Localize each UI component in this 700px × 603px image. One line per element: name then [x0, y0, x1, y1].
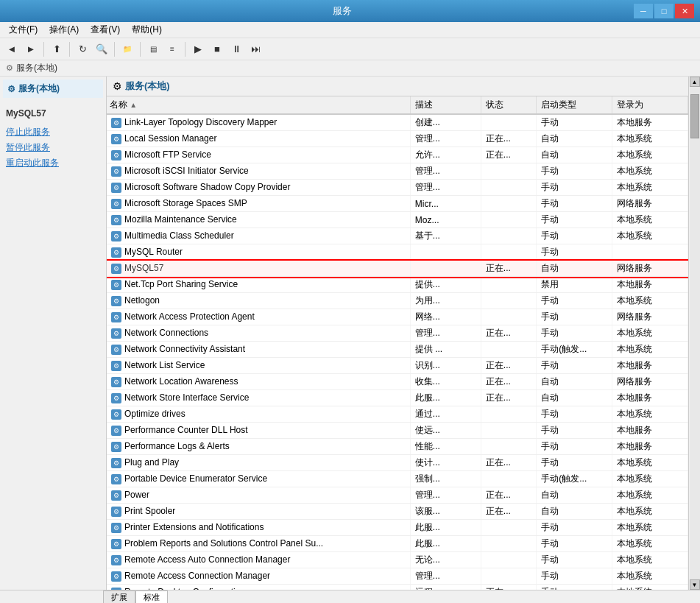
table-row[interactable]: ⚙Netlogon为用...手动本地系统 [107, 293, 688, 309]
service-login-cell [612, 244, 688, 261]
menu-bar: 文件(F) 操作(A) 查看(V) 帮助(H) [0, 22, 700, 38]
maximize-button[interactable]: □ [654, 4, 674, 18]
close-button[interactable]: ✕ [675, 4, 694, 18]
service-start-cell: 自动 [537, 147, 612, 163]
table-row[interactable]: ⚙Problem Reports and Solutions Control P… [107, 536, 688, 552]
service-status-cell [481, 196, 536, 212]
address-icon: ⚙ [6, 63, 13, 73]
service-status-cell [481, 552, 536, 568]
service-name-cell: ⚙Net.Tcp Port Sharing Service [107, 277, 410, 293]
table-row[interactable]: ⚙Remote Access Auto Connection Manager无论… [107, 552, 688, 568]
service-status-cell: 正在... [481, 358, 536, 374]
table-header-row: 名称 ▲ 描述 状态 启动类型 登录为 [107, 96, 688, 114]
details-button[interactable]: ≡ [163, 40, 181, 58]
service-icon: ⚙ [111, 345, 121, 355]
service-desc-cell: 创建... [410, 114, 481, 131]
service-name-cell: ⚙Portable Device Enumerator Service [107, 471, 410, 487]
table-row[interactable]: ⚙Performance Counter DLL Host使远...手动本地服务 [107, 423, 688, 439]
restart-service-link[interactable]: 重启动此服务 [3, 155, 103, 171]
menu-action[interactable]: 操作(A) [43, 22, 85, 38]
table-row[interactable]: ⚙Network Store Interface Service此服...正在.… [107, 390, 688, 406]
table-row[interactable]: ⚙Network List Service识别...正在...手动本地服务 [107, 358, 688, 374]
minimize-button[interactable]: ─ [634, 4, 653, 18]
back-button[interactable]: ◄ [3, 40, 21, 58]
up-button[interactable]: ⬆ [48, 40, 66, 58]
service-start-cell: 自动 [537, 487, 612, 504]
col-name[interactable]: 名称 ▲ [107, 96, 410, 114]
service-icon: ⚙ [111, 247, 121, 258]
service-login-cell: 本地服务 [612, 439, 688, 455]
table-row[interactable]: ⚙Portable Device Enumerator Service强制...… [107, 471, 688, 487]
table-row[interactable]: ⚙Microsoft iSCSI Initiator Service管理...手… [107, 163, 688, 180]
menu-view[interactable]: 查看(V) [85, 22, 126, 38]
table-row[interactable]: ⚙Microsoft Software Shadow Copy Provider… [107, 180, 688, 196]
service-name-cell: ⚙Problem Reports and Solutions Control P… [107, 536, 410, 552]
service-status-cell [481, 228, 536, 244]
table-row[interactable]: ⚙Print Spooler该服...正在...自动本地系统 [107, 504, 688, 520]
service-desc-cell: 强制... [410, 471, 481, 487]
service-desc-cell [410, 261, 481, 277]
col-login[interactable]: 登录为 [612, 96, 688, 114]
table-row[interactable]: ⚙Network Connectivity Assistant提供 ...手动(… [107, 342, 688, 358]
scroll-up[interactable]: ▲ [690, 77, 700, 87]
table-row[interactable]: ⚙Optimize drives通过...手动本地系统 [107, 406, 688, 423]
service-status-cell [481, 536, 536, 552]
table-row[interactable]: ⚙Network Access Protection Agent网络...手动网… [107, 309, 688, 325]
table-row[interactable]: ⚙Multimedia Class Scheduler基于...手动本地系统 [107, 228, 688, 244]
scroll-down[interactable]: ▼ [690, 579, 700, 590]
service-name-cell: ⚙Microsoft Storage Spaces SMP [107, 196, 410, 212]
restart-button[interactable]: ⏭ [247, 40, 264, 58]
view-button[interactable]: ▤ [144, 40, 162, 58]
stop-button[interactable]: ■ [208, 40, 226, 58]
table-row[interactable]: ⚙Printer Extensions and Notifications此服.… [107, 520, 688, 536]
table-row[interactable]: ⚙Microsoft Storage Spaces SMPMicr...手动网络… [107, 196, 688, 212]
table-row[interactable]: ⚙Network Connections管理...正在...手动本地系统 [107, 325, 688, 342]
refresh-button[interactable]: ↻ [74, 40, 91, 58]
table-row[interactable]: ⚙Remote Access Connection Manager管理...手动… [107, 568, 688, 585]
service-login-cell: 本地服务 [612, 423, 688, 439]
table-row[interactable]: ⚙MySQL Router手动 [107, 244, 688, 261]
service-start-cell: 手动 [537, 406, 612, 423]
service-icon: ⚙ [111, 183, 121, 193]
service-name-cell: ⚙Printer Extensions and Notifications [107, 520, 410, 536]
pause-button[interactable]: ⏸ [227, 40, 245, 58]
service-icon: ⚙ [111, 409, 121, 420]
table-scroll[interactable]: 名称 ▲ 描述 状态 启动类型 登录为 ⚙Link-Layer Topology… [107, 96, 688, 590]
forward-button[interactable]: ► [22, 40, 40, 58]
table-row[interactable]: ⚙Local Session Manager管理...正在...自动本地系统 [107, 131, 688, 147]
sidebar-title[interactable]: ⚙ 服务(本地) [3, 80, 103, 98]
table-row[interactable]: ⚙Microsoft FTP Service允许...正在...自动本地系统 [107, 147, 688, 163]
play-button[interactable]: ▶ [189, 40, 207, 58]
folders-button[interactable]: 📁 [119, 40, 136, 58]
service-status-cell [481, 471, 536, 487]
stop-service-link[interactable]: 停止此服务 [3, 124, 103, 140]
tab-standard[interactable]: 标准 [135, 590, 168, 603]
service-desc-cell: 使远... [410, 423, 481, 439]
menu-file[interactable]: 文件(F) [3, 22, 43, 38]
service-status-cell: 正在... [481, 504, 536, 520]
table-row[interactable]: ⚙MySQL57正在...自动网络服务 [107, 261, 688, 277]
col-status[interactable]: 状态 [481, 96, 536, 114]
scrollbar[interactable]: ▲ ▼ [688, 77, 700, 590]
table-row[interactable]: ⚙Power管理...正在...自动本地系统 [107, 487, 688, 504]
tab-expand[interactable]: 扩展 [103, 590, 135, 603]
service-login-cell: 本地系统 [612, 536, 688, 552]
search-button[interactable]: 🔍 [93, 40, 110, 58]
pause-service-link[interactable]: 暂停此服务 [3, 140, 103, 155]
scroll-thumb[interactable] [690, 94, 699, 138]
table-row[interactable]: ⚙Remote Desktop Configuration远程...正在...手… [107, 585, 688, 590]
service-name-cell: ⚙Print Spooler [107, 504, 410, 520]
table-row[interactable]: ⚙Performance Logs & Alerts性能...手动本地服务 [107, 439, 688, 455]
service-start-cell: 手动 [537, 244, 612, 261]
menu-help[interactable]: 帮助(H) [126, 22, 168, 38]
col-start[interactable]: 启动类型 [537, 96, 612, 114]
col-desc[interactable]: 描述 [410, 96, 481, 114]
table-row[interactable]: ⚙Mozilla Maintenance ServiceMoz...手动本地系统 [107, 212, 688, 228]
scroll-track[interactable] [690, 87, 700, 579]
table-row[interactable]: ⚙Net.Tcp Port Sharing Service提供...禁用本地服务 [107, 277, 688, 293]
service-status-cell: 正在... [481, 487, 536, 504]
service-status-cell: 正在... [481, 455, 536, 471]
table-row[interactable]: ⚙Plug and Play使计...正在...手动本地系统 [107, 455, 688, 471]
table-row[interactable]: ⚙Network Location Awareness收集...正在...自动网… [107, 374, 688, 390]
table-row[interactable]: ⚙Link-Layer Topology Discovery Mapper创建.… [107, 114, 688, 131]
